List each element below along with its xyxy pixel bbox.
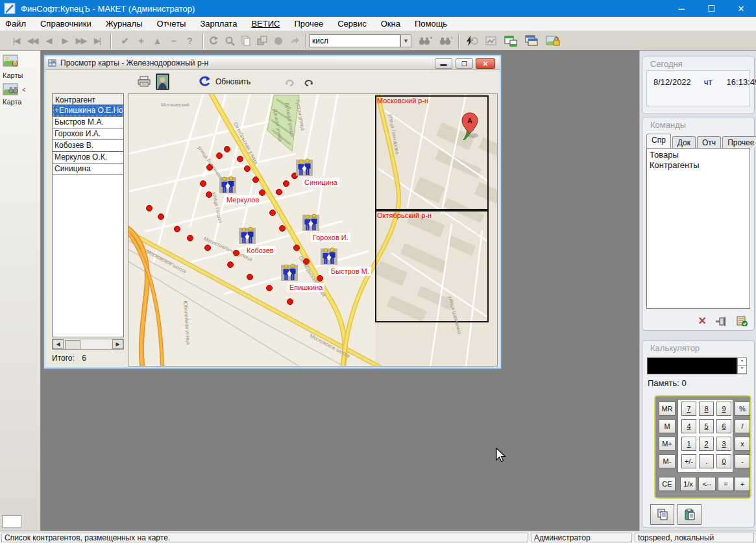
contractor-marker-icon[interactable]: [296, 158, 313, 179]
calc-key-button[interactable]: 0: [716, 454, 731, 468]
command-item[interactable]: Контрагенты: [650, 160, 747, 171]
contractor-row[interactable]: Синицина: [53, 163, 123, 175]
calc-op-button-1[interactable]: /: [735, 419, 750, 433]
map-minimize-button[interactable]: ▬: [435, 58, 452, 69]
search-dropdown-button[interactable]: ▼: [400, 34, 411, 47]
contractor-row[interactable]: Меркулов О.К.: [53, 152, 123, 163]
calc-op-button-4[interactable]: +: [735, 477, 750, 491]
accept-icon[interactable]: ✔: [116, 36, 132, 46]
search-icon[interactable]: [225, 36, 235, 46]
calc-op-button-0[interactable]: %: [735, 402, 750, 416]
menu-item-8[interactable]: Окна: [381, 19, 400, 29]
nav-forward-icon[interactable]: ▶: [56, 36, 73, 45]
calc-ce-button[interactable]: CE: [659, 477, 676, 491]
calc-op-button-2[interactable]: x: [735, 437, 750, 451]
commands-list[interactable]: ТоварыКонтрагенты: [646, 148, 750, 309]
calc-mem-button-2[interactable]: M+: [659, 437, 676, 451]
undo-icon[interactable]: [284, 77, 296, 86]
map-close-button[interactable]: ✕: [476, 58, 495, 69]
search-input[interactable]: [310, 34, 400, 47]
menu-item-3[interactable]: Отчеты: [157, 19, 186, 29]
calc-key-button[interactable]: .: [699, 454, 714, 468]
calc-key-button[interactable]: 8: [699, 402, 714, 416]
map-canvas[interactable]: Московский р-нОктябрьский р-нМосковскийО…: [128, 93, 498, 367]
calc-mem-button-0[interactable]: MR: [659, 402, 676, 416]
maximize-button[interactable]: ☐: [696, 0, 726, 17]
menu-item-9[interactable]: Помощь: [415, 19, 447, 29]
menu-item-2[interactable]: Журналы: [106, 19, 143, 29]
calc-key-button[interactable]: 3: [716, 437, 731, 451]
commands-tab-0[interactable]: Спр: [646, 134, 671, 148]
flash-search-icon[interactable]: [464, 35, 478, 47]
calc-mem-button-1[interactable]: M: [659, 419, 676, 433]
update-icon[interactable]: [199, 76, 212, 88]
contractor-list-hscrollbar[interactable]: ◀ ▶: [52, 339, 124, 350]
calc-bottom-button-2[interactable]: =: [718, 477, 734, 491]
calc-paste-button[interactable]: [677, 504, 701, 525]
calc-key-button[interactable]: 5: [699, 419, 714, 433]
close-button[interactable]: ✕: [726, 0, 756, 17]
redo-icon[interactable]: [302, 77, 314, 86]
add-icon[interactable]: +: [132, 36, 149, 46]
delete-icon[interactable]: −: [165, 36, 181, 46]
calc-key-button[interactable]: 6: [716, 419, 731, 433]
map-window-titlebar[interactable]: Просмотр карты - Железнодорожный р-н: [45, 56, 500, 70]
calc-copy-button[interactable]: [650, 504, 674, 525]
hscroll-right-arrow[interactable]: ▶: [112, 339, 123, 349]
calc-key-button[interactable]: +/-: [681, 454, 696, 468]
sidebar-item-maps[interactable]: Карты: [3, 54, 38, 79]
contractor-marker-icon[interactable]: [219, 175, 236, 197]
contractor-row[interactable]: Быстров М.А.: [53, 117, 123, 128]
commands-tab-2[interactable]: Отч: [697, 136, 721, 148]
share-icon[interactable]: [289, 36, 300, 46]
nav-first-icon[interactable]: |◀: [8, 36, 24, 45]
edit-icon[interactable]: ▲: [149, 36, 165, 46]
image-lock-icon[interactable]: [546, 35, 560, 47]
menu-item-1[interactable]: Справочники: [40, 19, 91, 29]
nav-fast-back-icon[interactable]: ◀◀: [24, 36, 40, 45]
chart-icon[interactable]: [485, 35, 498, 47]
map-restore-button[interactable]: ❐: [456, 58, 473, 69]
minimize-button[interactable]: ─: [666, 0, 696, 17]
menu-item-0[interactable]: Файл: [5, 19, 26, 29]
menu-item-5[interactable]: ВЕТИС: [251, 19, 280, 29]
calc-key-button[interactable]: 1: [681, 437, 696, 451]
calc-key-button[interactable]: 4: [681, 419, 696, 433]
map-pin-a[interactable]: A: [459, 112, 482, 142]
sidebar-collapse-glyph[interactable]: <: [22, 86, 26, 93]
contractor-list-header[interactable]: Контрагент: [52, 93, 124, 105]
refresh-button-label[interactable]: Обновить: [215, 77, 250, 86]
calculator-spinner[interactable]: ▲▼: [737, 357, 747, 374]
print-icon[interactable]: [138, 76, 151, 87]
pin-icon[interactable]: [716, 317, 727, 326]
commands-tab-3[interactable]: Прочее: [722, 136, 756, 148]
contractor-row[interactable]: +Епишкина О.Е.Ново: [53, 105, 123, 117]
calc-mem-button-3[interactable]: M-: [659, 454, 676, 468]
command-item[interactable]: Товары: [650, 150, 747, 160]
calc-key-button[interactable]: 9: [716, 402, 731, 416]
refresh-icon[interactable]: [208, 36, 219, 46]
contractor-row[interactable]: Горохов И.А.: [53, 128, 123, 140]
photo-icon[interactable]: [156, 73, 169, 90]
nav-fast-forward-icon[interactable]: ▶▶: [73, 36, 89, 45]
help-icon[interactable]: ?: [181, 36, 197, 46]
notebook-check-icon[interactable]: [737, 316, 748, 326]
delete-command-icon[interactable]: ✕: [698, 317, 707, 326]
hscroll-left-arrow[interactable]: ◀: [53, 339, 64, 349]
commands-tab-1[interactable]: Док: [672, 136, 696, 148]
menu-item-4[interactable]: Зарплата: [200, 19, 237, 29]
contractor-marker-icon[interactable]: [281, 263, 298, 284]
contractor-marker-icon[interactable]: [302, 213, 319, 234]
calc-key-button[interactable]: 7: [681, 402, 696, 416]
nav-back-icon[interactable]: ◀: [40, 36, 56, 45]
find-add-icon[interactable]: +: [418, 36, 432, 46]
nav-last-icon[interactable]: ▶|: [89, 36, 105, 45]
cascade-windows-icon[interactable]: [525, 35, 539, 47]
new-window-icon[interactable]: [504, 35, 518, 47]
calc-op-button-3[interactable]: -: [735, 454, 750, 468]
calc-bottom-button-1[interactable]: <--: [698, 477, 716, 491]
contractor-marker-icon[interactable]: [321, 247, 337, 268]
hscroll-thumb[interactable]: [65, 340, 80, 350]
stack-icon[interactable]: [257, 36, 267, 46]
contractor-row[interactable]: Кобозев В.: [53, 140, 123, 152]
